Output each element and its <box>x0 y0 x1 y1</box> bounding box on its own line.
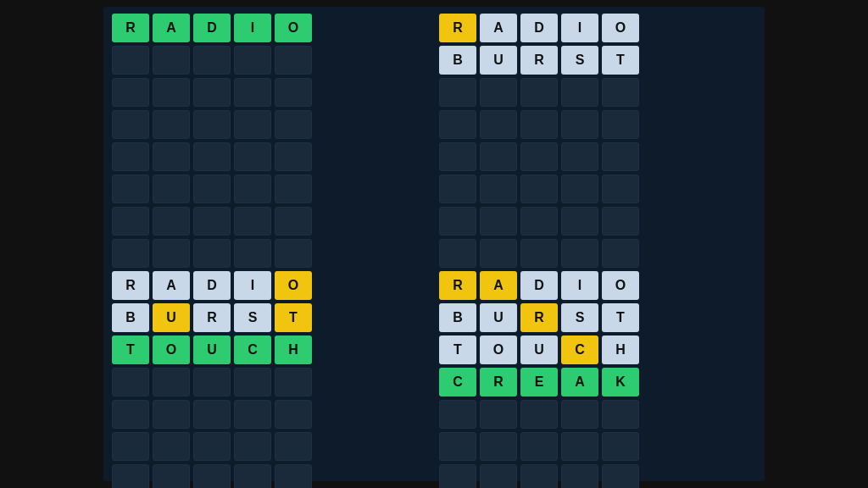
grid-cell <box>112 46 149 75</box>
grid-row <box>439 464 756 488</box>
grid-cell <box>520 464 558 488</box>
grid-cell[interactable]: I <box>561 14 598 42</box>
grid-row <box>439 142 756 171</box>
grid-cell[interactable]: C <box>439 368 476 396</box>
grid-cell <box>153 432 190 461</box>
grid-cell <box>193 78 231 107</box>
grid-cell <box>561 464 598 488</box>
grid-cell <box>480 400 517 429</box>
grid-cell <box>439 78 476 107</box>
grid-cell[interactable]: O <box>602 271 639 300</box>
grid-cell[interactable]: D <box>193 14 231 42</box>
grid-cell <box>234 464 271 488</box>
grid-cell <box>234 368 271 396</box>
grid-cell[interactable]: S <box>561 46 598 75</box>
grid-cell[interactable]: R <box>520 46 558 75</box>
grid-cell <box>275 464 312 488</box>
right-grid-panel: RADIOBURSTRADIOBURSTTOUCHCREAK <box>439 14 756 488</box>
grid-cell <box>112 464 149 488</box>
grid-row <box>112 110 429 139</box>
grid-cell[interactable]: H <box>275 336 312 364</box>
grid-cell <box>234 239 271 268</box>
grid-cell <box>193 464 231 488</box>
grid-cell[interactable]: T <box>602 46 639 75</box>
grid-cell[interactable]: R <box>480 368 517 396</box>
grid-cell[interactable]: E <box>520 368 558 396</box>
grid-cell[interactable]: B <box>112 303 149 332</box>
grid-cell[interactable]: T <box>275 303 312 332</box>
grid-cell <box>112 78 149 107</box>
grid-cell[interactable]: U <box>520 336 558 364</box>
grid-cell <box>602 464 639 488</box>
grid-cell <box>439 207 476 236</box>
grid-cell <box>561 175 598 203</box>
grid-cell[interactable]: U <box>193 336 231 364</box>
grid-cell[interactable]: R <box>439 14 476 42</box>
grid-cell[interactable]: I <box>234 14 271 42</box>
grid-cell[interactable]: A <box>153 271 190 300</box>
grid-cell[interactable]: S <box>234 303 271 332</box>
grid-cell[interactable]: K <box>602 368 639 396</box>
grid-cell[interactable]: O <box>275 14 312 42</box>
grid-cell[interactable]: I <box>561 271 598 300</box>
grid-cell <box>193 175 231 203</box>
grid-row <box>439 400 756 429</box>
grid-cell[interactable]: B <box>439 46 476 75</box>
grid-row <box>112 207 429 236</box>
grid-cell <box>520 432 558 461</box>
grid-cell <box>520 207 558 236</box>
grid-cell[interactable]: T <box>602 303 639 332</box>
grid-cell <box>602 110 639 139</box>
grid-cell[interactable]: R <box>520 303 558 332</box>
grid-row <box>112 175 429 203</box>
grid-cell <box>153 239 190 268</box>
grid-cell <box>439 464 476 488</box>
grid-cell[interactable]: U <box>153 303 190 332</box>
grid-cell <box>520 400 558 429</box>
grid-cell <box>234 432 271 461</box>
grid-cell[interactable]: A <box>561 368 598 396</box>
grid-row <box>112 464 429 488</box>
grid-cell <box>234 78 271 107</box>
grid-cell[interactable]: S <box>561 303 598 332</box>
grid-cell[interactable]: O <box>275 271 312 300</box>
grid-cell[interactable]: U <box>480 303 517 332</box>
grid-cell[interactable]: T <box>112 336 149 364</box>
grid-row <box>439 239 756 268</box>
grid-cell <box>561 239 598 268</box>
grid-cell <box>439 400 476 429</box>
grid-cell[interactable]: O <box>602 14 639 42</box>
grid-cell <box>193 239 231 268</box>
grid-cell[interactable]: C <box>234 336 271 364</box>
grid-cell[interactable]: O <box>153 336 190 364</box>
grid-cell[interactable]: D <box>193 271 231 300</box>
grid-cell <box>153 400 190 429</box>
grid-cell[interactable]: R <box>112 271 149 300</box>
grid-cell[interactable]: D <box>520 271 558 300</box>
grid-cell[interactable]: R <box>193 303 231 332</box>
grid-cell <box>193 432 231 461</box>
grid-row <box>439 110 756 139</box>
grid-cell[interactable]: I <box>234 271 271 300</box>
grid-cell[interactable]: C <box>561 336 598 364</box>
grid-cell[interactable]: R <box>439 271 476 300</box>
grid-row <box>439 175 756 203</box>
grid-cell[interactable]: U <box>480 46 517 75</box>
grid-cell[interactable]: A <box>480 271 517 300</box>
grid-cell[interactable]: O <box>480 336 517 364</box>
grid-cell <box>480 78 517 107</box>
grid-cell[interactable]: D <box>520 14 558 42</box>
grid-cell[interactable]: B <box>439 303 476 332</box>
grid-cell[interactable]: A <box>153 14 190 42</box>
grid-cell <box>153 46 190 75</box>
grid-cell <box>275 368 312 396</box>
grid-cell[interactable]: A <box>480 14 517 42</box>
grid-cell <box>193 142 231 171</box>
grid-cell[interactable]: H <box>602 336 639 364</box>
grid-cell[interactable]: T <box>439 336 476 364</box>
grid-cell <box>234 46 271 75</box>
grid-cell <box>275 46 312 75</box>
grid-row <box>439 207 756 236</box>
grid-cell <box>520 110 558 139</box>
grid-cell[interactable]: R <box>112 14 149 42</box>
